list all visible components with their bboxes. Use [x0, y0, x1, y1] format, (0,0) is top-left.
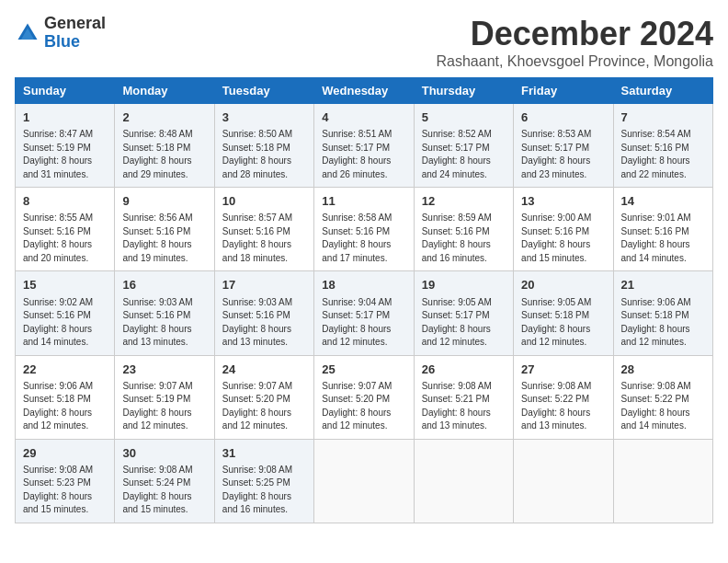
day-number: 31 — [222, 445, 306, 462]
logo-blue: Blue — [44, 32, 80, 51]
day-info: Sunrise: 8:55 AM Sunset: 5:16 PM Dayligh… — [23, 212, 107, 265]
day-cell: 4Sunrise: 8:51 AM Sunset: 5:17 PM Daylig… — [314, 104, 414, 188]
day-cell: 10Sunrise: 8:57 AM Sunset: 5:16 PM Dayli… — [214, 188, 313, 271]
day-cell: 3Sunrise: 8:50 AM Sunset: 5:18 PM Daylig… — [214, 104, 313, 188]
day-info: Sunrise: 9:07 AM Sunset: 5:19 PM Dayligh… — [122, 380, 206, 433]
day-number: 18 — [322, 277, 405, 293]
day-number: 5 — [422, 109, 506, 126]
day-number: 30 — [122, 445, 206, 462]
day-cell: 19Sunrise: 9:05 AM Sunset: 5:17 PM Dayli… — [414, 271, 513, 355]
day-info: Sunrise: 9:08 AM Sunset: 5:21 PM Dayligh… — [422, 380, 506, 433]
day-cell: 7Sunrise: 8:54 AM Sunset: 5:16 PM Daylig… — [613, 104, 712, 188]
day-number: 1 — [23, 109, 107, 126]
week-row-4: 22Sunrise: 9:06 AM Sunset: 5:18 PM Dayli… — [16, 355, 713, 439]
day-info: Sunrise: 8:48 AM Sunset: 5:18 PM Dayligh… — [122, 128, 206, 181]
logo: General Blue — [15, 15, 106, 52]
day-info: Sunrise: 8:54 AM Sunset: 5:16 PM Dayligh… — [621, 128, 705, 181]
day-cell: 5Sunrise: 8:52 AM Sunset: 5:17 PM Daylig… — [414, 104, 513, 188]
day-info: Sunrise: 9:07 AM Sunset: 5:20 PM Dayligh… — [322, 380, 405, 433]
day-cell: 15Sunrise: 9:02 AM Sunset: 5:16 PM Dayli… — [16, 271, 115, 355]
day-cell: 23Sunrise: 9:07 AM Sunset: 5:19 PM Dayli… — [115, 355, 214, 439]
day-info: Sunrise: 9:06 AM Sunset: 5:18 PM Dayligh… — [23, 380, 107, 433]
day-number: 29 — [23, 445, 107, 462]
calendar-table: SundayMondayTuesdayWednesdayThursdayFrid… — [15, 77, 713, 523]
logo-icon — [15, 20, 40, 46]
day-info: Sunrise: 8:53 AM Sunset: 5:17 PM Dayligh… — [521, 128, 605, 181]
day-number: 3 — [222, 109, 306, 126]
day-info: Sunrise: 9:04 AM Sunset: 5:17 PM Dayligh… — [322, 296, 405, 350]
day-number: 12 — [422, 193, 506, 210]
day-number: 27 — [521, 362, 605, 378]
logo-general: General — [44, 14, 106, 32]
calendar-header: SundayMondayTuesdayWednesdayThursdayFrid… — [16, 78, 713, 104]
header-cell-friday: Friday — [514, 78, 613, 104]
day-number: 20 — [521, 277, 605, 293]
day-cell: 22Sunrise: 9:06 AM Sunset: 5:18 PM Dayli… — [16, 355, 115, 439]
day-cell: 12Sunrise: 8:59 AM Sunset: 5:16 PM Dayli… — [414, 188, 513, 271]
day-number: 21 — [621, 277, 705, 293]
day-info: Sunrise: 8:58 AM Sunset: 5:16 PM Dayligh… — [322, 212, 405, 265]
header-cell-thursday: Thursday — [414, 78, 513, 104]
day-info: Sunrise: 8:51 AM Sunset: 5:17 PM Dayligh… — [322, 128, 405, 181]
day-info: Sunrise: 8:50 AM Sunset: 5:18 PM Dayligh… — [222, 128, 306, 181]
day-info: Sunrise: 9:03 AM Sunset: 5:16 PM Dayligh… — [122, 296, 206, 350]
day-cell: 17Sunrise: 9:03 AM Sunset: 5:16 PM Dayli… — [214, 271, 313, 355]
day-number: 28 — [621, 362, 705, 378]
day-number: 16 — [122, 277, 206, 293]
day-info: Sunrise: 9:08 AM Sunset: 5:24 PM Dayligh… — [122, 464, 206, 517]
day-info: Sunrise: 9:07 AM Sunset: 5:20 PM Dayligh… — [222, 380, 306, 433]
day-cell: 25Sunrise: 9:07 AM Sunset: 5:20 PM Dayli… — [314, 355, 414, 439]
header-cell-sunday: Sunday — [16, 78, 115, 104]
subtitle: Rashaant, Khoevsgoel Province, Mongolia — [436, 53, 713, 70]
day-number: 9 — [122, 193, 206, 210]
week-row-1: 1Sunrise: 8:47 AM Sunset: 5:19 PM Daylig… — [16, 104, 713, 188]
day-cell: 2Sunrise: 8:48 AM Sunset: 5:18 PM Daylig… — [115, 104, 214, 188]
day-info: Sunrise: 9:01 AM Sunset: 5:16 PM Dayligh… — [621, 212, 705, 265]
day-info: Sunrise: 8:57 AM Sunset: 5:16 PM Dayligh… — [222, 212, 306, 265]
day-info: Sunrise: 8:56 AM Sunset: 5:16 PM Dayligh… — [122, 212, 206, 265]
day-info: Sunrise: 9:06 AM Sunset: 5:18 PM Dayligh… — [621, 296, 705, 350]
page-header: General Blue December 2024 Rashaant, Kho… — [15, 15, 713, 70]
day-cell — [414, 439, 513, 523]
day-number: 11 — [322, 193, 405, 210]
day-info: Sunrise: 8:47 AM Sunset: 5:19 PM Dayligh… — [23, 128, 107, 181]
day-info: Sunrise: 9:02 AM Sunset: 5:16 PM Dayligh… — [23, 296, 107, 350]
day-number: 13 — [521, 193, 605, 210]
day-cell — [314, 439, 414, 523]
day-cell: 21Sunrise: 9:06 AM Sunset: 5:18 PM Dayli… — [613, 271, 712, 355]
day-number: 22 — [23, 362, 107, 378]
day-cell: 8Sunrise: 8:55 AM Sunset: 5:16 PM Daylig… — [16, 188, 115, 271]
day-cell: 13Sunrise: 9:00 AM Sunset: 5:16 PM Dayli… — [514, 188, 613, 271]
day-info: Sunrise: 9:08 AM Sunset: 5:22 PM Dayligh… — [521, 380, 605, 433]
day-cell: 27Sunrise: 9:08 AM Sunset: 5:22 PM Dayli… — [514, 355, 613, 439]
day-cell: 20Sunrise: 9:05 AM Sunset: 5:18 PM Dayli… — [514, 271, 613, 355]
day-info: Sunrise: 9:03 AM Sunset: 5:16 PM Dayligh… — [222, 296, 306, 350]
header-cell-wednesday: Wednesday — [314, 78, 414, 104]
day-number: 4 — [322, 109, 405, 126]
day-cell: 18Sunrise: 9:04 AM Sunset: 5:17 PM Dayli… — [314, 271, 414, 355]
logo-text: General Blue — [44, 15, 106, 52]
day-info: Sunrise: 8:52 AM Sunset: 5:17 PM Dayligh… — [422, 128, 506, 181]
day-number: 25 — [322, 362, 405, 378]
day-number: 7 — [621, 109, 705, 126]
day-cell — [613, 439, 712, 523]
day-number: 6 — [521, 109, 605, 126]
day-info: Sunrise: 8:59 AM Sunset: 5:16 PM Dayligh… — [422, 212, 506, 265]
day-number: 17 — [222, 277, 306, 293]
day-cell: 9Sunrise: 8:56 AM Sunset: 5:16 PM Daylig… — [115, 188, 214, 271]
main-title: December 2024 — [436, 15, 713, 53]
day-cell: 1Sunrise: 8:47 AM Sunset: 5:19 PM Daylig… — [16, 104, 115, 188]
day-number: 15 — [23, 277, 107, 293]
day-cell: 14Sunrise: 9:01 AM Sunset: 5:16 PM Dayli… — [613, 188, 712, 271]
day-cell: 6Sunrise: 8:53 AM Sunset: 5:17 PM Daylig… — [514, 104, 613, 188]
day-cell: 24Sunrise: 9:07 AM Sunset: 5:20 PM Dayli… — [214, 355, 313, 439]
day-cell — [514, 439, 613, 523]
day-info: Sunrise: 9:00 AM Sunset: 5:16 PM Dayligh… — [521, 212, 605, 265]
day-cell: 11Sunrise: 8:58 AM Sunset: 5:16 PM Dayli… — [314, 188, 414, 271]
day-number: 24 — [222, 362, 306, 378]
day-number: 26 — [422, 362, 506, 378]
day-cell: 29Sunrise: 9:08 AM Sunset: 5:23 PM Dayli… — [16, 439, 115, 523]
header-cell-monday: Monday — [115, 78, 214, 104]
day-cell: 31Sunrise: 9:08 AM Sunset: 5:25 PM Dayli… — [214, 439, 313, 523]
day-number: 14 — [621, 193, 705, 210]
